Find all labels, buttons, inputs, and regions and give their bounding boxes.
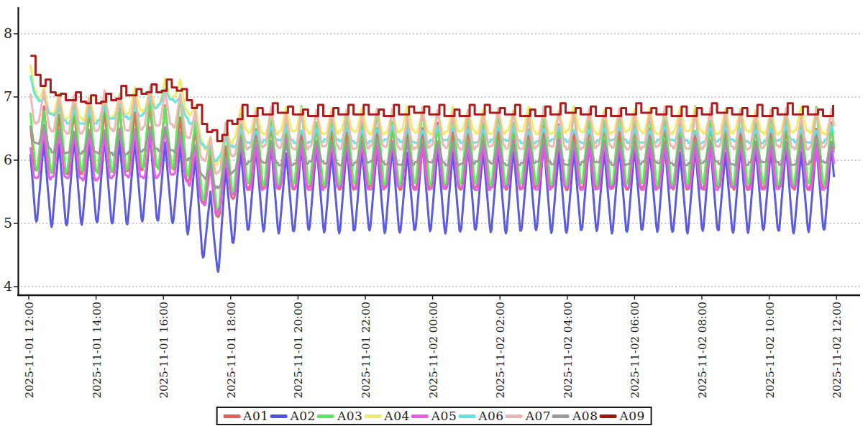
y-tick-label: 6 [4, 152, 12, 167]
legend-label: A03 [337, 409, 362, 423]
legend-swatch-a09 [599, 414, 616, 418]
x-tick-label: 2025-11-01 12:00 [23, 302, 36, 398]
x-tick-label: 2025-11-02 08:00 [696, 302, 709, 398]
x-tick-label: 2025-11-02 10:00 [764, 302, 777, 398]
legend-label: A06 [478, 409, 503, 423]
legend-item-a04[interactable]: A04 [364, 409, 409, 423]
x-tick-label: 2025-11-02 02:00 [494, 302, 507, 398]
y-tick-label: 8 [4, 25, 12, 41]
legend-label: A07 [526, 409, 551, 423]
legend-item-a01[interactable]: A01 [223, 409, 268, 423]
x-tick-label: 2025-11-02 04:00 [562, 302, 575, 398]
legend-swatch-a01 [223, 414, 240, 418]
x-tick-label: 2025-11-01 22:00 [360, 302, 373, 398]
x-tick-label: 2025-11-01 20:00 [292, 302, 305, 398]
x-tick-label: 2025-11-02 00:00 [427, 302, 440, 398]
legend-label: A08 [572, 409, 598, 423]
legend-item-a03[interactable]: A03 [317, 409, 362, 423]
legend-swatch-a04 [364, 414, 381, 418]
legend-label: A05 [431, 409, 457, 423]
legend-swatch-a07 [506, 414, 523, 418]
x-tick-label: 2025-11-01 16:00 [157, 302, 170, 398]
line-chart: 456782025-11-01 12:002025-11-01 14:00202… [0, 0, 868, 431]
legend-item-a08[interactable]: A08 [552, 409, 598, 423]
y-tick-label: 4 [4, 278, 12, 294]
legend-label: A04 [384, 409, 409, 423]
legend-swatch-a03 [317, 414, 334, 418]
x-tick-label: 2025-11-02 06:00 [629, 302, 641, 398]
legend-item-a09[interactable]: A09 [599, 409, 644, 423]
legend-swatch-a06 [458, 414, 475, 418]
legend-label: A01 [243, 409, 268, 423]
chart-legend: A01A02A03A04A05A06A07A08A09 [216, 407, 652, 425]
legend-item-a05[interactable]: A05 [411, 409, 457, 423]
legend-swatch-a02 [270, 414, 288, 418]
x-tick-label: 2025-11-01 18:00 [225, 302, 238, 398]
legend-swatch-a08 [552, 414, 570, 418]
y-tick-label: 7 [4, 88, 12, 104]
y-tick-label: 5 [4, 215, 12, 231]
legend-item-a02[interactable]: A02 [270, 409, 316, 423]
legend-label: A02 [291, 409, 316, 423]
legend-item-a07[interactable]: A07 [506, 409, 551, 423]
legend-swatch-a05 [411, 414, 429, 418]
x-tick-label: 2025-11-02 12:00 [831, 302, 844, 398]
legend-item-a06[interactable]: A06 [458, 409, 503, 423]
chart-canvas: 456782025-11-01 12:002025-11-01 14:00202… [0, 0, 868, 431]
legend-label: A09 [619, 409, 644, 423]
x-tick-label: 2025-11-01 14:00 [91, 302, 104, 398]
